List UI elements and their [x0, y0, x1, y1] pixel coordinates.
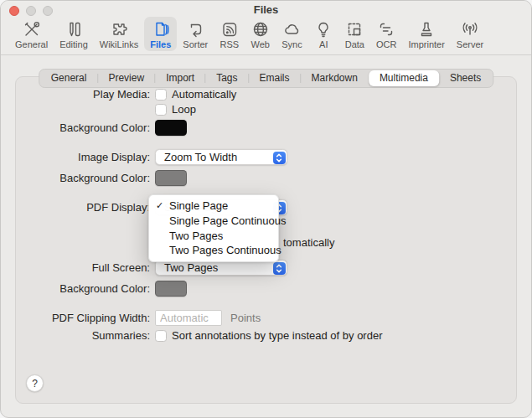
menu-item-label: Single Page Continuous [169, 214, 287, 227]
media-background-color-well[interactable] [155, 120, 187, 136]
help-button[interactable]: ? [26, 374, 44, 392]
tab-emails[interactable]: Emails [249, 70, 301, 86]
pdf-clipping-width-input[interactable] [155, 310, 222, 326]
loop-label: Loop [172, 103, 196, 116]
menu-item-label: Two Pages [169, 230, 223, 242]
popup-chevrons-icon [273, 152, 286, 164]
tab-general[interactable]: General [40, 70, 98, 86]
pdf-display-label: PDF Display: [1, 201, 150, 214]
menu-item-two-pages-continuous[interactable]: Two Pages Continuous [149, 243, 278, 258]
sort-annotations-label: Sort annotations by type instead of by o… [172, 329, 383, 342]
tab-multimedia[interactable]: Multimedia [369, 70, 439, 86]
automatically-label: Automatically [172, 88, 236, 101]
points-suffix-label: Points [230, 312, 261, 324]
menu-item-single-page-continuous[interactable]: Single Page Continuous [149, 214, 278, 229]
image-display-label: Image Display: [1, 151, 150, 163]
tab-markdown[interactable]: Markdown [301, 70, 369, 86]
preferences-window: Files General Editing WikiLinks Files So… [0, 0, 532, 418]
menu-item-label: Single Page [169, 199, 228, 212]
loop-checkbox[interactable] [155, 104, 167, 116]
sort-annotations-checkbox[interactable] [155, 330, 167, 342]
image-display-value: Zoom To Width [164, 151, 237, 163]
image-background-color-well[interactable] [155, 170, 187, 186]
full-screen-value: Two Pages [164, 261, 218, 274]
tab-sheets[interactable]: Sheets [439, 70, 492, 86]
menu-item-single-page[interactable]: ✓ Single Page [149, 199, 278, 214]
pdf-display-open-menu: ✓ Single Page Single Page Continuous Two… [148, 194, 279, 262]
background-color-media-label: Background Color: [1, 121, 150, 134]
popup-chevrons-icon [273, 262, 286, 275]
fullscreen-background-color-well[interactable] [155, 281, 187, 297]
help-label: ? [32, 378, 38, 390]
summaries-label: Summaries: [1, 329, 150, 342]
pdf-clipping-width-label: PDF Clipping Width: [1, 312, 150, 324]
background-color-image-label: Background Color: [1, 172, 150, 184]
full-screen-popup[interactable]: Two Pages [155, 260, 287, 276]
tab-import[interactable]: Import [155, 70, 205, 86]
play-media-label: Play Media: [1, 88, 150, 101]
automatically-checkbox[interactable] [155, 89, 167, 101]
tab-preview[interactable]: Preview [97, 70, 155, 86]
obscured-checkbox-label-fragment: tomatically [283, 236, 334, 249]
full-screen-label: Full Screen: [1, 261, 150, 274]
tab-tags[interactable]: Tags [205, 70, 248, 86]
checkmark-icon: ✓ [156, 200, 163, 211]
image-display-popup[interactable]: Zoom To Width [155, 149, 287, 165]
menu-item-two-pages[interactable]: Two Pages [149, 228, 278, 243]
background-color-fullscreen-label: Background Color: [1, 282, 150, 295]
menu-item-label: Two Pages Continuous [169, 244, 281, 256]
tab-bar: General Preview Import Tags Emails Markd… [39, 69, 494, 88]
